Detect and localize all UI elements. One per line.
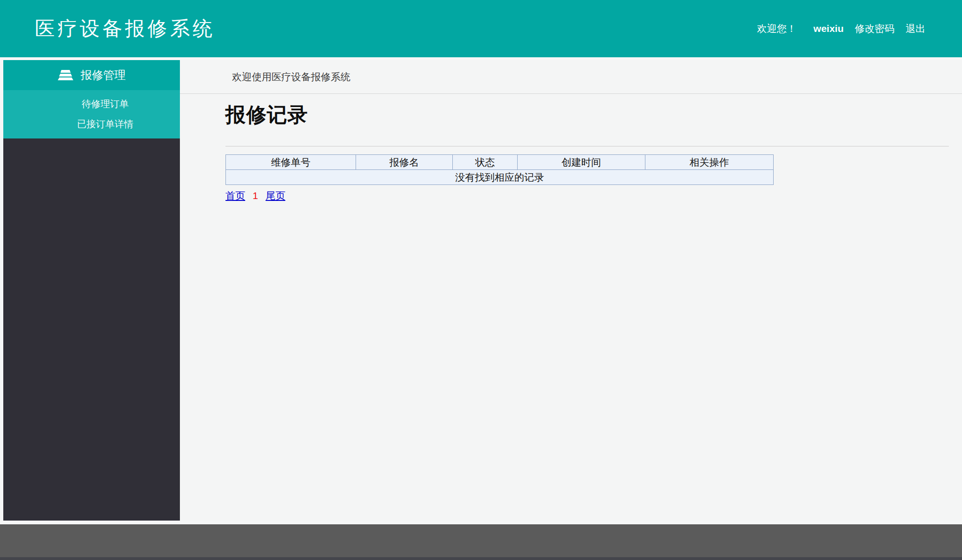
title-divider [225, 146, 949, 146]
change-password-link[interactable]: 修改密码 [855, 22, 894, 35]
header-nav: 欢迎您！ weixiu 修改密码 退出 [757, 22, 925, 35]
column-actions: 相关操作 [645, 155, 774, 170]
pagination: 首页 1 尾页 [225, 189, 962, 202]
table-empty-row: 没有找到相应的记录 [226, 170, 774, 185]
content-area: 欢迎使用医疗设备报修系统 报修记录 维修单号 报修名 状态 创建时间 相关操作 … [180, 60, 962, 521]
breadcrumb: 欢迎使用医疗设备报修系统 [180, 60, 962, 94]
sidebar-item-accepted-order-details[interactable]: 已接订单详情 [3, 114, 180, 134]
username-link[interactable]: weixiu [814, 23, 844, 34]
sidebar-menu-label: 报修管理 [81, 68, 126, 83]
empty-message: 没有找到相应的记录 [226, 170, 774, 185]
first-page-link[interactable]: 首页 [225, 190, 245, 201]
welcome-text: 欢迎您！ [757, 22, 797, 35]
brand-title[interactable]: 医疗设备报修系统 [35, 15, 215, 42]
column-repair-name: 报修名 [356, 155, 453, 170]
sidebar: 报修管理 待修理订单 已接订单详情 [3, 60, 180, 521]
last-page-link[interactable]: 尾页 [265, 190, 285, 201]
top-header: 医疗设备报修系统 欢迎您！ weixiu 修改密码 退出 [0, 0, 962, 57]
column-created-time: 创建时间 [518, 155, 645, 170]
sidebar-submenu: 待修理订单 已接订单详情 [3, 90, 180, 138]
logout-link[interactable]: 退出 [906, 22, 925, 35]
current-page-indicator: 1 [253, 190, 258, 201]
layers-stack-icon [58, 70, 74, 80]
page-title: 报修记录 [225, 101, 962, 129]
column-repair-order-number: 维修单号 [226, 155, 356, 170]
sidebar-item-pending-repair-orders[interactable]: 待修理订单 [3, 94, 180, 114]
sidebar-menu-repair-management[interactable]: 报修管理 [3, 60, 180, 90]
main-layout: 报修管理 待修理订单 已接订单详情 欢迎使用医疗设备报修系统 报修记录 维修单号… [3, 60, 962, 521]
page-footer [0, 524, 962, 560]
records-table: 维修单号 报修名 状态 创建时间 相关操作 没有找到相应的记录 [225, 154, 774, 185]
column-status: 状态 [453, 155, 518, 170]
table-header-row: 维修单号 报修名 状态 创建时间 相关操作 [226, 155, 774, 170]
